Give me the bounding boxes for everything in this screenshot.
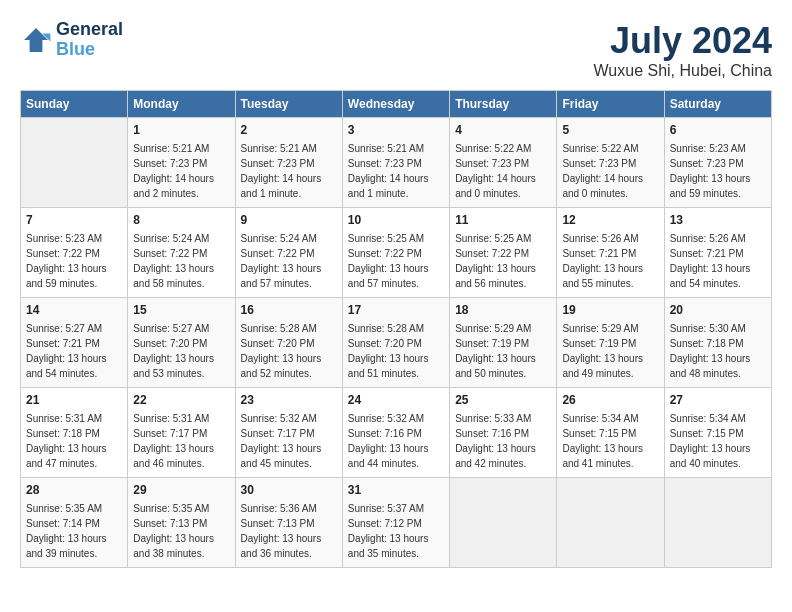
- day-number: 11: [455, 212, 551, 229]
- day-number: 4: [455, 122, 551, 139]
- day-number: 26: [562, 392, 658, 409]
- day-number: 25: [455, 392, 551, 409]
- day-info: Sunrise: 5:37 AM Sunset: 7:12 PM Dayligh…: [348, 501, 444, 561]
- calendar-cell: 8Sunrise: 5:24 AM Sunset: 7:22 PM Daylig…: [128, 208, 235, 298]
- day-number: 1: [133, 122, 229, 139]
- calendar-cell: 6Sunrise: 5:23 AM Sunset: 7:23 PM Daylig…: [664, 118, 771, 208]
- calendar-cell: 5Sunrise: 5:22 AM Sunset: 7:23 PM Daylig…: [557, 118, 664, 208]
- day-number: 3: [348, 122, 444, 139]
- day-number: 15: [133, 302, 229, 319]
- day-info: Sunrise: 5:29 AM Sunset: 7:19 PM Dayligh…: [562, 321, 658, 381]
- calendar-body: 1Sunrise: 5:21 AM Sunset: 7:23 PM Daylig…: [21, 118, 772, 568]
- day-number: 17: [348, 302, 444, 319]
- calendar-week-row: 7Sunrise: 5:23 AM Sunset: 7:22 PM Daylig…: [21, 208, 772, 298]
- day-number: 20: [670, 302, 766, 319]
- header-day: Sunday: [21, 91, 128, 118]
- header-day: Monday: [128, 91, 235, 118]
- calendar-cell: 3Sunrise: 5:21 AM Sunset: 7:23 PM Daylig…: [342, 118, 449, 208]
- day-number: 6: [670, 122, 766, 139]
- day-info: Sunrise: 5:25 AM Sunset: 7:22 PM Dayligh…: [348, 231, 444, 291]
- calendar-cell: 13Sunrise: 5:26 AM Sunset: 7:21 PM Dayli…: [664, 208, 771, 298]
- day-info: Sunrise: 5:23 AM Sunset: 7:23 PM Dayligh…: [670, 141, 766, 201]
- day-number: 12: [562, 212, 658, 229]
- calendar-cell: 1Sunrise: 5:21 AM Sunset: 7:23 PM Daylig…: [128, 118, 235, 208]
- calendar-cell: 26Sunrise: 5:34 AM Sunset: 7:15 PM Dayli…: [557, 388, 664, 478]
- day-number: 21: [26, 392, 122, 409]
- calendar-table: SundayMondayTuesdayWednesdayThursdayFrid…: [20, 90, 772, 568]
- day-number: 14: [26, 302, 122, 319]
- calendar-cell: 15Sunrise: 5:27 AM Sunset: 7:20 PM Dayli…: [128, 298, 235, 388]
- calendar-cell: 19Sunrise: 5:29 AM Sunset: 7:19 PM Dayli…: [557, 298, 664, 388]
- day-info: Sunrise: 5:24 AM Sunset: 7:22 PM Dayligh…: [241, 231, 337, 291]
- calendar-cell: 21Sunrise: 5:31 AM Sunset: 7:18 PM Dayli…: [21, 388, 128, 478]
- day-info: Sunrise: 5:26 AM Sunset: 7:21 PM Dayligh…: [670, 231, 766, 291]
- day-info: Sunrise: 5:28 AM Sunset: 7:20 PM Dayligh…: [241, 321, 337, 381]
- day-info: Sunrise: 5:29 AM Sunset: 7:19 PM Dayligh…: [455, 321, 551, 381]
- calendar-cell: 17Sunrise: 5:28 AM Sunset: 7:20 PM Dayli…: [342, 298, 449, 388]
- calendar-cell: 22Sunrise: 5:31 AM Sunset: 7:17 PM Dayli…: [128, 388, 235, 478]
- calendar-cell: 24Sunrise: 5:32 AM Sunset: 7:16 PM Dayli…: [342, 388, 449, 478]
- header-day: Thursday: [450, 91, 557, 118]
- calendar-cell: 12Sunrise: 5:26 AM Sunset: 7:21 PM Dayli…: [557, 208, 664, 298]
- day-info: Sunrise: 5:35 AM Sunset: 7:14 PM Dayligh…: [26, 501, 122, 561]
- calendar-cell: 4Sunrise: 5:22 AM Sunset: 7:23 PM Daylig…: [450, 118, 557, 208]
- day-number: 8: [133, 212, 229, 229]
- calendar-cell: 2Sunrise: 5:21 AM Sunset: 7:23 PM Daylig…: [235, 118, 342, 208]
- day-number: 18: [455, 302, 551, 319]
- day-number: 16: [241, 302, 337, 319]
- calendar-week-row: 28Sunrise: 5:35 AM Sunset: 7:14 PM Dayli…: [21, 478, 772, 568]
- calendar-cell: 7Sunrise: 5:23 AM Sunset: 7:22 PM Daylig…: [21, 208, 128, 298]
- day-info: Sunrise: 5:36 AM Sunset: 7:13 PM Dayligh…: [241, 501, 337, 561]
- calendar-header: SundayMondayTuesdayWednesdayThursdayFrid…: [21, 91, 772, 118]
- day-info: Sunrise: 5:27 AM Sunset: 7:20 PM Dayligh…: [133, 321, 229, 381]
- day-info: Sunrise: 5:27 AM Sunset: 7:21 PM Dayligh…: [26, 321, 122, 381]
- day-number: 27: [670, 392, 766, 409]
- day-info: Sunrise: 5:25 AM Sunset: 7:22 PM Dayligh…: [455, 231, 551, 291]
- calendar-cell: [21, 118, 128, 208]
- title-block: July 2024 Wuxue Shi, Hubei, China: [594, 20, 772, 80]
- calendar-cell: [450, 478, 557, 568]
- day-number: 2: [241, 122, 337, 139]
- logo-line2: Blue: [56, 40, 123, 60]
- day-info: Sunrise: 5:28 AM Sunset: 7:20 PM Dayligh…: [348, 321, 444, 381]
- calendar-cell: 18Sunrise: 5:29 AM Sunset: 7:19 PM Dayli…: [450, 298, 557, 388]
- day-info: Sunrise: 5:30 AM Sunset: 7:18 PM Dayligh…: [670, 321, 766, 381]
- day-number: 10: [348, 212, 444, 229]
- logo-line1: General: [56, 20, 123, 40]
- day-info: Sunrise: 5:34 AM Sunset: 7:15 PM Dayligh…: [670, 411, 766, 471]
- calendar-cell: 28Sunrise: 5:35 AM Sunset: 7:14 PM Dayli…: [21, 478, 128, 568]
- calendar-cell: 23Sunrise: 5:32 AM Sunset: 7:17 PM Dayli…: [235, 388, 342, 478]
- day-number: 7: [26, 212, 122, 229]
- day-number: 23: [241, 392, 337, 409]
- day-info: Sunrise: 5:22 AM Sunset: 7:23 PM Dayligh…: [455, 141, 551, 201]
- day-info: Sunrise: 5:24 AM Sunset: 7:22 PM Dayligh…: [133, 231, 229, 291]
- calendar-cell: 29Sunrise: 5:35 AM Sunset: 7:13 PM Dayli…: [128, 478, 235, 568]
- day-info: Sunrise: 5:21 AM Sunset: 7:23 PM Dayligh…: [348, 141, 444, 201]
- calendar-cell: 31Sunrise: 5:37 AM Sunset: 7:12 PM Dayli…: [342, 478, 449, 568]
- day-info: Sunrise: 5:22 AM Sunset: 7:23 PM Dayligh…: [562, 141, 658, 201]
- day-info: Sunrise: 5:33 AM Sunset: 7:16 PM Dayligh…: [455, 411, 551, 471]
- day-number: 28: [26, 482, 122, 499]
- calendar-cell: 14Sunrise: 5:27 AM Sunset: 7:21 PM Dayli…: [21, 298, 128, 388]
- day-number: 22: [133, 392, 229, 409]
- header-day: Tuesday: [235, 91, 342, 118]
- day-info: Sunrise: 5:21 AM Sunset: 7:23 PM Dayligh…: [133, 141, 229, 201]
- day-info: Sunrise: 5:26 AM Sunset: 7:21 PM Dayligh…: [562, 231, 658, 291]
- calendar-title: July 2024: [594, 20, 772, 62]
- day-number: 13: [670, 212, 766, 229]
- calendar-cell: 10Sunrise: 5:25 AM Sunset: 7:22 PM Dayli…: [342, 208, 449, 298]
- header-day: Friday: [557, 91, 664, 118]
- day-number: 31: [348, 482, 444, 499]
- day-info: Sunrise: 5:23 AM Sunset: 7:22 PM Dayligh…: [26, 231, 122, 291]
- calendar-cell: 30Sunrise: 5:36 AM Sunset: 7:13 PM Dayli…: [235, 478, 342, 568]
- day-number: 29: [133, 482, 229, 499]
- calendar-cell: 11Sunrise: 5:25 AM Sunset: 7:22 PM Dayli…: [450, 208, 557, 298]
- day-number: 24: [348, 392, 444, 409]
- day-info: Sunrise: 5:32 AM Sunset: 7:17 PM Dayligh…: [241, 411, 337, 471]
- calendar-cell: 9Sunrise: 5:24 AM Sunset: 7:22 PM Daylig…: [235, 208, 342, 298]
- day-number: 19: [562, 302, 658, 319]
- day-info: Sunrise: 5:31 AM Sunset: 7:18 PM Dayligh…: [26, 411, 122, 471]
- calendar-week-row: 14Sunrise: 5:27 AM Sunset: 7:21 PM Dayli…: [21, 298, 772, 388]
- day-info: Sunrise: 5:21 AM Sunset: 7:23 PM Dayligh…: [241, 141, 337, 201]
- day-info: Sunrise: 5:31 AM Sunset: 7:17 PM Dayligh…: [133, 411, 229, 471]
